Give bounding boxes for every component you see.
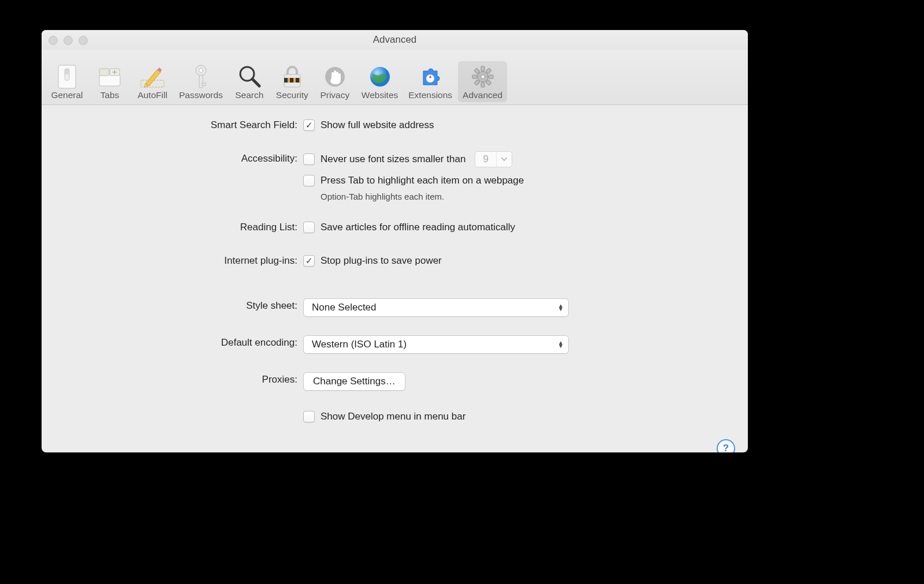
svg-rect-25 xyxy=(481,66,485,71)
svg-rect-12 xyxy=(202,83,206,85)
minimize-window-button[interactable] xyxy=(64,36,73,45)
updown-icon: ▲▼ xyxy=(558,341,564,348)
gear-icon xyxy=(471,63,495,90)
encoding-popup[interactable]: Western (ISO Latin 1) ▲▼ xyxy=(303,335,569,354)
svg-rect-27 xyxy=(489,75,493,78)
tab-highlight-note: Option-Tab highlights each item. xyxy=(321,192,524,201)
tab-websites[interactable]: Websites xyxy=(357,61,403,102)
develop-menu-option[interactable]: Show Develop menu in menu bar xyxy=(303,409,465,424)
min-font-checkbox[interactable] xyxy=(303,154,315,165)
question-icon: ? xyxy=(723,443,729,452)
smart-search-label: Smart Search Field: xyxy=(42,118,303,133)
preferences-toolbar: General Tabs AutoFill Passwords Search xyxy=(42,50,748,105)
tab-general[interactable]: General xyxy=(46,61,88,102)
preferences-window: Advanced General Tabs AutoFill Pass xyxy=(42,30,748,452)
updown-icon: ▲▼ xyxy=(558,304,564,311)
hand-icon xyxy=(324,63,346,90)
svg-rect-19 xyxy=(296,78,299,83)
develop-menu-checkbox[interactable] xyxy=(303,411,315,422)
window-controls xyxy=(49,36,88,45)
proxies-label: Proxies: xyxy=(42,372,303,387)
tab-passwords[interactable]: Passwords xyxy=(174,61,228,102)
window-title: Advanced xyxy=(373,34,417,46)
pencil-form-icon xyxy=(139,63,166,90)
tab-highlight-option[interactable]: Press Tab to highlight each item on a we… xyxy=(303,173,524,188)
stop-plugins-option[interactable]: Stop plug-ins to save power xyxy=(303,253,442,268)
reading-list-label: Reading List: xyxy=(42,220,303,235)
svg-rect-4 xyxy=(99,69,109,76)
svg-rect-3 xyxy=(99,74,120,86)
tab-highlight-checkbox[interactable] xyxy=(303,175,315,186)
puzzle-icon xyxy=(419,63,442,90)
show-full-address-checkbox[interactable] xyxy=(303,119,315,131)
svg-point-10 xyxy=(199,69,203,73)
tab-tabs[interactable]: Tabs xyxy=(89,61,131,102)
zoom-window-button[interactable] xyxy=(79,36,88,45)
switch-icon xyxy=(57,63,77,90)
svg-rect-18 xyxy=(290,78,293,83)
svg-rect-28 xyxy=(472,75,477,78)
stylesheet-popup[interactable]: None Selected ▲▼ xyxy=(303,298,569,317)
save-offline-checkbox[interactable] xyxy=(303,222,315,233)
save-offline-option[interactable]: Save articles for offline reading automa… xyxy=(303,220,515,235)
min-font-stepper[interactable]: 9 xyxy=(475,151,512,167)
svg-rect-26 xyxy=(481,83,485,87)
tab-privacy[interactable]: Privacy xyxy=(314,61,356,102)
magnifier-icon xyxy=(237,63,262,90)
accessibility-label: Accessibility: xyxy=(42,151,303,166)
svg-rect-2 xyxy=(65,69,69,74)
lock-icon xyxy=(282,63,303,90)
change-proxy-settings-button[interactable]: Change Settings… xyxy=(303,372,405,391)
svg-line-14 xyxy=(252,79,259,86)
plugins-label: Internet plug-ins: xyxy=(42,253,303,268)
advanced-pane: Smart Search Field: Show full website ad… xyxy=(42,105,748,452)
chevron-down-icon xyxy=(497,152,512,167)
key-icon xyxy=(192,63,210,90)
tab-security[interactable]: Security xyxy=(271,61,313,102)
min-font-option[interactable]: Never use font sizes smaller than 9 xyxy=(303,151,524,167)
tab-autofill[interactable]: AutoFill xyxy=(132,61,173,102)
tab-advanced[interactable]: Advanced xyxy=(458,61,507,102)
tabs-icon xyxy=(98,63,122,90)
stylesheet-label: Style sheet: xyxy=(42,298,303,313)
svg-point-24 xyxy=(480,75,485,79)
svg-rect-11 xyxy=(199,75,203,88)
encoding-label: Default encoding: xyxy=(42,335,303,350)
close-window-button[interactable] xyxy=(49,36,58,45)
globe-icon xyxy=(368,63,392,90)
help-button[interactable]: ? xyxy=(717,439,735,452)
show-full-address-option[interactable]: Show full website address xyxy=(303,118,434,133)
titlebar: Advanced xyxy=(42,30,748,50)
svg-rect-17 xyxy=(284,78,288,83)
stop-plugins-checkbox[interactable] xyxy=(303,255,315,267)
tab-search[interactable]: Search xyxy=(229,61,270,102)
tab-extensions[interactable]: Extensions xyxy=(404,61,457,102)
